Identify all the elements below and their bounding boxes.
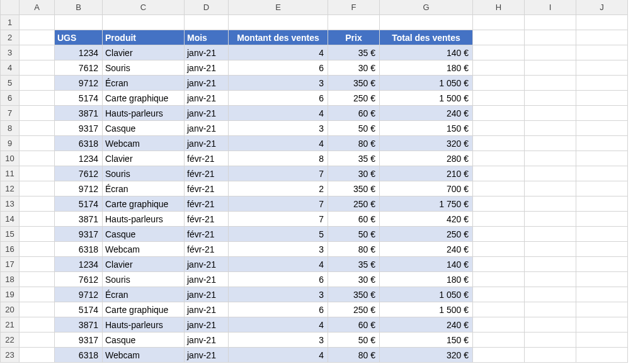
cell-mois-13[interactable]: févr-21 (185, 196, 229, 212)
cell-mois-17[interactable]: janv-21 (185, 257, 229, 272)
cell-A23[interactable] (20, 348, 55, 363)
cell-ugs-23[interactable]: 6318 (55, 348, 103, 363)
cell-J10[interactable] (576, 151, 628, 166)
cell-A19[interactable] (20, 287, 55, 302)
cell-ugs-17[interactable]: 1234 (55, 257, 103, 272)
cell-prix-7[interactable]: 60 € (328, 106, 380, 121)
cell-montant-23[interactable]: 4 (229, 348, 328, 363)
cell-montant-10[interactable]: 8 (229, 151, 328, 166)
cell-E1[interactable] (229, 15, 328, 30)
cell-total-8[interactable]: 150 € (380, 121, 473, 136)
col-header-D[interactable]: D (185, 0, 229, 15)
cell-mois-22[interactable]: janv-21 (185, 333, 229, 348)
cell-prix-23[interactable]: 80 € (328, 348, 380, 363)
cell-G1[interactable] (380, 15, 473, 30)
row-header-10[interactable]: 10 (1, 151, 20, 166)
cell-montant-20[interactable]: 6 (229, 302, 328, 317)
cell-prix-11[interactable]: 30 € (328, 166, 380, 181)
cell-montant-18[interactable]: 6 (229, 272, 328, 287)
cell-prix-13[interactable]: 250 € (328, 196, 380, 212)
cell-I5[interactable] (525, 76, 576, 91)
cell-I9[interactable] (525, 136, 576, 151)
cell-ugs-3[interactable]: 1234 (55, 45, 103, 60)
cell-produit-16[interactable]: Webcam (103, 242, 185, 257)
cell-mois-3[interactable]: janv-21 (185, 45, 229, 60)
cell-J5[interactable] (576, 76, 628, 91)
cell-J1[interactable] (576, 15, 628, 30)
cell-H15[interactable] (473, 227, 525, 242)
cell-A5[interactable] (20, 76, 55, 91)
cell-ugs-13[interactable]: 5174 (55, 196, 103, 212)
cell-A7[interactable] (20, 106, 55, 121)
cell-prix-10[interactable]: 35 € (328, 151, 380, 166)
cell-montant-5[interactable]: 3 (229, 76, 328, 91)
row-header-11[interactable]: 11 (1, 166, 20, 181)
cell-montant-14[interactable]: 7 (229, 212, 328, 227)
table-header-montant[interactable]: Montant des ventes (229, 30, 328, 45)
cell-H20[interactable] (473, 302, 525, 317)
spreadsheet-grid[interactable]: ABCDEFGHIJ12UGSProduitMoisMontant des ve… (0, 0, 633, 363)
cell-total-17[interactable]: 140 € (380, 257, 473, 272)
cell-prix-6[interactable]: 250 € (328, 91, 380, 106)
cell-ugs-19[interactable]: 9712 (55, 287, 103, 302)
cell-I8[interactable] (525, 121, 576, 136)
cell-produit-19[interactable]: Écran (103, 287, 185, 302)
cell-J22[interactable] (576, 333, 628, 348)
cell-J13[interactable] (576, 196, 628, 212)
select-all-corner[interactable] (1, 0, 20, 15)
cell-ugs-18[interactable]: 7612 (55, 272, 103, 287)
cell-produit-3[interactable]: Clavier (103, 45, 185, 60)
cell-mois-12[interactable]: févr-21 (185, 181, 229, 196)
cell-prix-19[interactable]: 350 € (328, 287, 380, 302)
row-header-17[interactable]: 17 (1, 257, 20, 272)
cell-produit-4[interactable]: Souris (103, 60, 185, 76)
cell-H19[interactable] (473, 287, 525, 302)
cell-prix-22[interactable]: 50 € (328, 333, 380, 348)
cell-H2[interactable] (473, 30, 525, 45)
cell-produit-8[interactable]: Casque (103, 121, 185, 136)
cell-mois-18[interactable]: janv-21 (185, 272, 229, 287)
cell-total-5[interactable]: 1 050 € (380, 76, 473, 91)
col-header-B[interactable]: B (55, 0, 103, 15)
cell-total-23[interactable]: 320 € (380, 348, 473, 363)
cell-J2[interactable] (576, 30, 628, 45)
cell-A3[interactable] (20, 45, 55, 60)
cell-J23[interactable] (576, 348, 628, 363)
col-header-E[interactable]: E (229, 0, 328, 15)
cell-I2[interactable] (525, 30, 576, 45)
cell-D1[interactable] (185, 15, 229, 30)
cell-ugs-21[interactable]: 3871 (55, 317, 103, 333)
cell-J6[interactable] (576, 91, 628, 106)
cell-I6[interactable] (525, 91, 576, 106)
cell-prix-8[interactable]: 50 € (328, 121, 380, 136)
cell-I22[interactable] (525, 333, 576, 348)
cell-total-19[interactable]: 1 050 € (380, 287, 473, 302)
cell-total-13[interactable]: 1 750 € (380, 196, 473, 212)
cell-total-22[interactable]: 150 € (380, 333, 473, 348)
row-header-5[interactable]: 5 (1, 76, 20, 91)
cell-F1[interactable] (328, 15, 380, 30)
cell-I7[interactable] (525, 106, 576, 121)
cell-A15[interactable] (20, 227, 55, 242)
cell-A12[interactable] (20, 181, 55, 196)
cell-total-7[interactable]: 240 € (380, 106, 473, 121)
cell-I18[interactable] (525, 272, 576, 287)
cell-total-9[interactable]: 320 € (380, 136, 473, 151)
cell-produit-14[interactable]: Hauts-parleurs (103, 212, 185, 227)
table-header-total[interactable]: Total des ventes (380, 30, 473, 45)
cell-produit-13[interactable]: Carte graphique (103, 196, 185, 212)
cell-H22[interactable] (473, 333, 525, 348)
cell-H3[interactable] (473, 45, 525, 60)
cell-I10[interactable] (525, 151, 576, 166)
cell-montant-4[interactable]: 6 (229, 60, 328, 76)
cell-prix-18[interactable]: 30 € (328, 272, 380, 287)
cell-montant-17[interactable]: 4 (229, 257, 328, 272)
cell-ugs-16[interactable]: 6318 (55, 242, 103, 257)
cell-montant-13[interactable]: 7 (229, 196, 328, 212)
cell-ugs-6[interactable]: 5174 (55, 91, 103, 106)
cell-mois-19[interactable]: janv-21 (185, 287, 229, 302)
cell-mois-4[interactable]: janv-21 (185, 60, 229, 76)
row-header-18[interactable]: 18 (1, 272, 20, 287)
cell-A14[interactable] (20, 212, 55, 227)
cell-A17[interactable] (20, 257, 55, 272)
